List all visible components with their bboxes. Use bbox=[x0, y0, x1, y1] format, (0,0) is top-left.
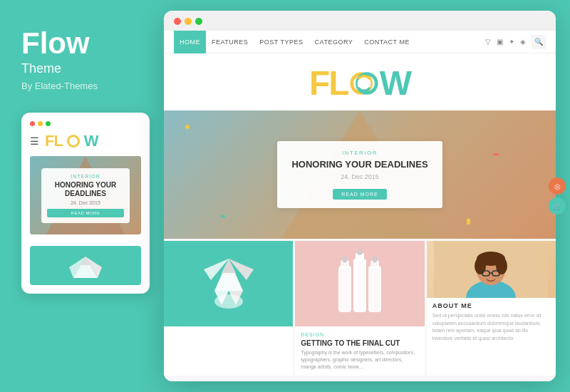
bottles-image bbox=[324, 244, 395, 323]
grid-card-body-2: DESIGN GETTING TO THE FINAL CUT Typograp… bbox=[295, 326, 424, 376]
person-image bbox=[434, 241, 548, 298]
site-header: FL W bbox=[164, 53, 556, 110]
nav-icons: ▽ ▣ ✦ ◈ 🔍 bbox=[485, 35, 546, 49]
phone-dots bbox=[30, 121, 141, 126]
origami-bird-small bbox=[66, 249, 105, 282]
confetti-2 bbox=[493, 153, 499, 155]
phone-read-more-button[interactable]: READ MORE bbox=[47, 209, 125, 217]
grid-card-img-2 bbox=[295, 241, 424, 326]
phone-hero-title: HONORING YOUR DEADLINES bbox=[47, 181, 125, 198]
nav-item-category[interactable]: CATEGORY bbox=[309, 31, 359, 53]
hero-title: HONORING YOUR DEADLINES bbox=[291, 159, 428, 171]
phone-hero-content: INTERIOR HONORING YOUR DEADLINES 24. Dec… bbox=[41, 168, 130, 223]
phone-hero: INTERIOR HONORING YOUR DEADLINES 24. Dec… bbox=[30, 156, 141, 234]
site-grid: DESIGN GETTING TO THE FINAL CUT Typograp… bbox=[164, 241, 556, 376]
phone-hero-date: 24. Dec 2015 bbox=[47, 200, 125, 205]
social-icon-1: ▽ bbox=[485, 38, 491, 46]
sidebar-title: Flow bbox=[21, 29, 142, 58]
svg-rect-23 bbox=[373, 257, 377, 262]
svg-rect-18 bbox=[353, 259, 366, 312]
svg-rect-17 bbox=[343, 257, 347, 262]
sidebar: Flow Theme By Elated-Themes ☰ FL W INTER… bbox=[0, 0, 164, 392]
nav-item-post-types[interactable]: POST TYPES bbox=[254, 31, 309, 53]
sidebar-by: By Elated-Themes bbox=[21, 81, 142, 91]
dot-maximize[interactable] bbox=[195, 18, 202, 25]
grid-card-1 bbox=[164, 241, 293, 376]
hero-date: 24. Dec 2015 bbox=[291, 173, 428, 180]
grid-card-img-1 bbox=[164, 241, 293, 326]
nav-items: HOME FEATURES POST TYPES CATEGORY CONTAC… bbox=[174, 31, 415, 53]
browser-nav: HOME FEATURES POST TYPES CATEGORY CONTAC… bbox=[164, 31, 556, 53]
search-button[interactable]: 🔍 bbox=[532, 35, 546, 49]
browser-content: FL W bbox=[164, 53, 556, 381]
phone-mockup: ☰ FL W INTERIOR HONORING YOUR DEADLINES … bbox=[21, 113, 150, 294]
logo-fl: FL bbox=[309, 66, 348, 100]
about-body: ABOUT ME Sed ut perspiciatis unde omnis … bbox=[427, 298, 556, 346]
floating-icons: ◎ 🛒 bbox=[549, 177, 566, 215]
origami-bird-large bbox=[193, 248, 264, 319]
svg-point-7 bbox=[358, 77, 370, 89]
grid-card-text-2: Typography is the work of typesetters, c… bbox=[301, 349, 418, 370]
social-icon-4: ◈ bbox=[520, 38, 526, 46]
confetti-3 bbox=[221, 215, 225, 217]
float-icon-1[interactable]: ◎ bbox=[549, 177, 566, 195]
hero-read-more-button[interactable]: READ MORE bbox=[333, 189, 386, 200]
nav-item-home[interactable]: HOME bbox=[174, 31, 206, 53]
grid-card-tag-2: DESIGN bbox=[301, 332, 418, 337]
nav-item-contact[interactable]: CONTACT ME bbox=[358, 31, 415, 53]
social-icon-3: ✦ bbox=[509, 38, 514, 46]
grid-card-about: ABOUT ME Sed ut perspiciatis unde omnis … bbox=[427, 241, 556, 376]
confetti-4 bbox=[467, 219, 470, 225]
nav-item-features[interactable]: FEATURES bbox=[206, 31, 254, 53]
float-icon-2[interactable]: 🛒 bbox=[549, 197, 566, 215]
about-title: ABOUT ME bbox=[432, 302, 550, 309]
svg-rect-21 bbox=[368, 266, 381, 312]
browser-chrome bbox=[164, 11, 556, 31]
hamburger-icon: ☰ bbox=[30, 135, 39, 147]
about-text: Sed ut perspiciatis unde omnis iste natu… bbox=[432, 312, 550, 342]
logo-circle bbox=[349, 68, 379, 98]
phone-header: ☰ FL W bbox=[30, 132, 141, 150]
browser-dots bbox=[174, 18, 546, 25]
svg-rect-15 bbox=[338, 266, 351, 312]
dot-minimize[interactable] bbox=[185, 18, 192, 25]
sidebar-subtitle: Theme bbox=[21, 61, 142, 76]
browser-mockup: HOME FEATURES POST TYPES CATEGORY CONTAC… bbox=[164, 11, 556, 381]
site-hero: INTERIOR HONORING YOUR DEADLINES 24. Dec… bbox=[164, 110, 556, 239]
dot-green bbox=[46, 121, 51, 126]
grid-card-2: DESIGN GETTING TO THE FINAL CUT Typograp… bbox=[295, 241, 424, 376]
about-img bbox=[427, 241, 556, 298]
hero-card: INTERIOR HONORING YOUR DEADLINES 24. Dec… bbox=[277, 141, 442, 209]
svg-point-14 bbox=[214, 294, 243, 309]
phone-logo: FL W bbox=[45, 132, 98, 150]
dot-red bbox=[30, 121, 35, 126]
social-icon-2: ▣ bbox=[497, 38, 503, 46]
phone-hero-tag: INTERIOR bbox=[47, 174, 125, 179]
svg-rect-20 bbox=[358, 249, 362, 255]
grid-card-title-2: GETTING TO THE FINAL CUT bbox=[301, 339, 418, 347]
svg-point-29 bbox=[496, 257, 507, 274]
phone-card-small bbox=[30, 246, 141, 285]
logo-w: W bbox=[380, 66, 410, 100]
dot-yellow bbox=[38, 121, 43, 126]
dot-close[interactable] bbox=[174, 18, 181, 25]
svg-point-28 bbox=[475, 257, 486, 274]
hero-tag: INTERIOR bbox=[291, 150, 428, 156]
site-logo: FL W bbox=[164, 66, 556, 100]
